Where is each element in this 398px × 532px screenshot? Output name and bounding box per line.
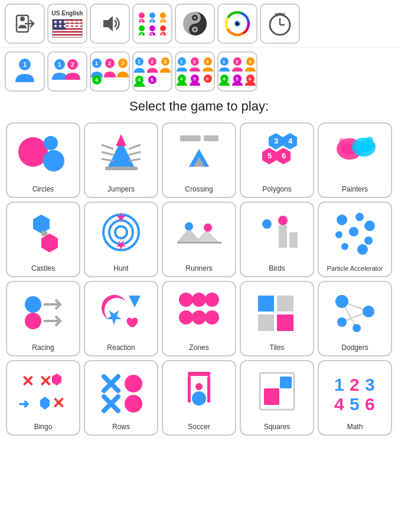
svg-point-172 bbox=[337, 317, 347, 327]
particle-accelerator-icon bbox=[319, 203, 391, 264]
svg-point-157 bbox=[192, 293, 206, 307]
player-count-3[interactable]: 1 2 3 4 bbox=[90, 51, 130, 92]
svg-text:5: 5 bbox=[151, 32, 154, 37]
svg-rect-162 bbox=[258, 296, 275, 312]
player-count-1[interactable]: 1 bbox=[5, 51, 45, 92]
game-crossing[interactable]: Crossing bbox=[162, 122, 236, 198]
svg-text:3: 3 bbox=[274, 137, 278, 145]
game-bingo[interactable]: ✕ ✕ ➜ ✕ Bingo bbox=[6, 360, 80, 436]
svg-point-190 bbox=[192, 391, 206, 406]
svg-point-40 bbox=[238, 22, 239, 23]
svg-rect-9 bbox=[53, 35, 83, 37]
svg-point-148 bbox=[341, 243, 348, 250]
game-rows[interactable]: Rows bbox=[84, 360, 158, 436]
svg-text:4: 4 bbox=[138, 77, 141, 83]
game-runners[interactable]: Runners bbox=[162, 202, 236, 277]
game-reaction[interactable]: Reaction bbox=[84, 281, 158, 356]
svg-point-141 bbox=[278, 216, 288, 225]
games-grid: Circles Jumpers bbox=[0, 120, 398, 442]
svg-point-144 bbox=[364, 220, 375, 231]
game-hunt[interactable]: Hunt bbox=[84, 202, 158, 277]
svg-text:4: 4 bbox=[180, 76, 183, 82]
svg-point-17 bbox=[139, 25, 145, 31]
castles-icon bbox=[7, 203, 79, 263]
svg-point-19 bbox=[160, 25, 166, 31]
game-birds[interactable]: Birds bbox=[240, 202, 314, 277]
racing-icon bbox=[7, 282, 79, 342]
game-racing[interactable]: Racing bbox=[6, 281, 80, 356]
svg-rect-194 bbox=[280, 377, 292, 388]
svg-text:1: 1 bbox=[23, 61, 27, 68]
player-count-5[interactable]: 1 2 3 4 5 6 bbox=[175, 51, 215, 92]
game-jumpers[interactable]: Jumpers bbox=[84, 122, 158, 198]
game-polygons[interactable]: 3 4 5 6 Polygons bbox=[240, 122, 314, 198]
svg-text:2: 2 bbox=[236, 59, 239, 64]
svg-rect-165 bbox=[277, 314, 293, 331]
svg-point-30 bbox=[194, 28, 196, 31]
timer-button[interactable] bbox=[260, 4, 300, 44]
svg-text:5: 5 bbox=[236, 76, 239, 82]
svg-text:1: 1 bbox=[95, 60, 98, 66]
svg-text:5: 5 bbox=[350, 394, 360, 414]
svg-rect-193 bbox=[264, 388, 279, 405]
game-particle-accelerator[interactable]: Particle Accelerator bbox=[318, 202, 392, 277]
player-count-6[interactable]: 1 2 3 4 5 6 bbox=[217, 51, 257, 92]
game-dodgers[interactable]: Dodgers bbox=[318, 281, 392, 356]
game-zones[interactable]: Zones bbox=[162, 281, 236, 356]
player-count-4[interactable]: 1 2 3 4 5 bbox=[132, 51, 172, 92]
svg-point-174 bbox=[353, 324, 361, 332]
svg-rect-163 bbox=[277, 296, 293, 312]
toolbar: US English ★★★★★★ ★★★★★★ bbox=[0, 0, 398, 48]
game-tiles[interactable]: Tiles bbox=[240, 281, 314, 356]
svg-point-143 bbox=[355, 213, 364, 221]
svg-point-18 bbox=[149, 25, 155, 31]
svg-text:★★★★★★: ★★★★★★ bbox=[53, 19, 81, 25]
game-painters[interactable]: Painters bbox=[318, 122, 392, 198]
zones-label: Zones bbox=[189, 343, 208, 352]
crossing-label: Crossing bbox=[185, 185, 213, 193]
sound-button[interactable] bbox=[90, 4, 130, 44]
teams-button[interactable]: 1 2 3 4 5 6 bbox=[132, 4, 172, 44]
svg-point-2 bbox=[20, 17, 25, 21]
svg-text:✕: ✕ bbox=[39, 372, 52, 390]
select-title: Select the game to play: bbox=[0, 94, 398, 120]
player-count-2[interactable]: 1 2 bbox=[47, 51, 87, 92]
game-circles[interactable]: Circles bbox=[6, 122, 80, 198]
svg-point-158 bbox=[205, 293, 219, 307]
tiles-label: Tiles bbox=[270, 343, 285, 352]
exit-button[interactable] bbox=[5, 4, 45, 44]
options-button[interactable] bbox=[175, 4, 215, 44]
svg-point-96 bbox=[44, 136, 58, 150]
svg-text:2: 2 bbox=[108, 60, 111, 66]
theme-button[interactable] bbox=[217, 4, 257, 44]
game-squares[interactable]: Squares bbox=[240, 360, 314, 436]
particle-accelerator-label: Particle Accelerator bbox=[327, 265, 383, 273]
game-soccer[interactable]: Soccer bbox=[162, 360, 236, 436]
painters-icon bbox=[319, 124, 391, 184]
language-button[interactable]: US English ★★★★★★ ★★★★★★ bbox=[47, 4, 87, 44]
birds-label: Birds bbox=[269, 264, 285, 273]
svg-point-16 bbox=[160, 12, 166, 18]
svg-point-129 bbox=[109, 220, 133, 244]
svg-point-124 bbox=[339, 138, 345, 144]
math-label: Math bbox=[347, 423, 363, 431]
svg-text:6: 6 bbox=[249, 76, 252, 82]
svg-line-103 bbox=[102, 152, 113, 155]
svg-text:3: 3 bbox=[161, 19, 164, 24]
svg-point-156 bbox=[179, 293, 193, 307]
squares-icon bbox=[241, 361, 313, 421]
svg-point-14 bbox=[139, 12, 145, 18]
bingo-icon: ✕ ✕ ➜ ✕ bbox=[7, 361, 79, 421]
svg-rect-187 bbox=[188, 372, 210, 376]
circles-icon bbox=[7, 124, 79, 184]
svg-text:✕: ✕ bbox=[21, 372, 34, 390]
game-castles[interactable]: Castles bbox=[6, 202, 80, 277]
svg-text:1: 1 bbox=[180, 59, 183, 64]
svg-text:2: 2 bbox=[71, 61, 74, 68]
svg-point-29 bbox=[194, 17, 196, 19]
rows-label: Rows bbox=[112, 423, 130, 431]
racing-label: Racing bbox=[32, 343, 54, 352]
svg-text:2: 2 bbox=[193, 59, 196, 64]
svg-marker-155 bbox=[106, 310, 122, 325]
game-math[interactable]: 1 2 3 4 5 6 Math bbox=[318, 360, 392, 436]
